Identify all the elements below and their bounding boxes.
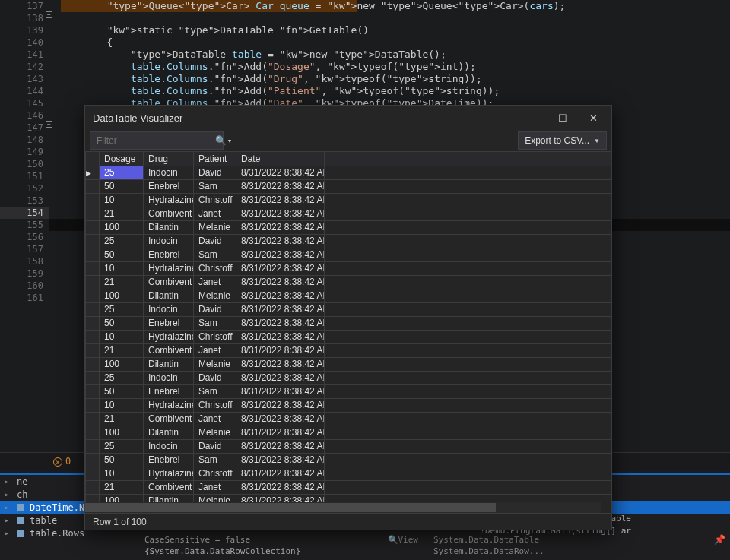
cell-patient[interactable]: Sam	[194, 316, 236, 330]
expand-icon[interactable]: ▸	[5, 529, 14, 537]
cell-date[interactable]: 8/31/2022 8:38:42 AM	[236, 398, 325, 412]
cell-drug[interactable]: Dilantin	[144, 289, 194, 302]
cell-dosage[interactable]: 50	[100, 179, 144, 193]
cell-patient[interactable]: Melanie	[194, 494, 236, 502]
fold-toggle-icon[interactable]: −	[46, 121, 52, 128]
cell-drug[interactable]: Dilantin	[144, 357, 194, 371]
cell-drug[interactable]: Combivent	[144, 412, 194, 426]
cell-patient[interactable]: Christoff	[194, 193, 236, 207]
cell-patient[interactable]: Janet	[194, 412, 236, 426]
cell-patient[interactable]: Melanie	[194, 357, 236, 371]
table-row[interactable]: 10HydralazineChristoff8/31/2022 8:38:42 …	[86, 398, 611, 412]
row-header[interactable]	[86, 289, 100, 302]
cell-dosage[interactable]: 50	[100, 453, 144, 467]
cell-date[interactable]: 8/31/2022 8:38:42 AM	[236, 261, 325, 275]
cell-dosage[interactable]: 10	[100, 467, 144, 480]
cell-date[interactable]: 8/31/2022 8:38:42 AM	[236, 467, 325, 480]
cell-patient[interactable]: Janet	[194, 207, 236, 220]
cell-dosage[interactable]: 21	[100, 343, 144, 357]
column-header[interactable]: Date	[236, 152, 325, 166]
scrollbar-thumb[interactable]	[85, 503, 496, 512]
cell-dosage[interactable]: 100	[100, 357, 144, 371]
cell-drug[interactable]: Dilantin	[144, 426, 194, 439]
row-header[interactable]	[86, 412, 100, 426]
table-row[interactable]: 21CombiventJanet8/31/2022 8:38:42 AM	[86, 412, 611, 426]
column-header[interactable]: Patient	[194, 152, 236, 166]
cell-dosage[interactable]: 10	[100, 398, 144, 412]
cell-patient[interactable]: Sam	[194, 179, 236, 193]
cell-patient[interactable]: Melanie	[194, 289, 236, 302]
expand-icon[interactable]: ▸	[5, 490, 14, 498]
cell-drug[interactable]: Dilantin	[144, 494, 194, 502]
cell-dosage[interactable]: 21	[100, 207, 144, 220]
cell-date[interactable]: 8/31/2022 8:38:42 AM	[236, 275, 325, 289]
cell-dosage[interactable]: 100	[100, 426, 144, 439]
filter-input[interactable]	[95, 134, 212, 147]
cell-date[interactable]: 8/31/2022 8:38:42 AM	[236, 357, 325, 371]
table-row[interactable]: 25IndocinDavid8/31/2022 8:38:42 AM	[86, 439, 611, 453]
cell-date[interactable]: 8/31/2022 8:38:42 AM	[236, 302, 325, 316]
cell-date[interactable]: 8/31/2022 8:38:42 AM	[236, 439, 325, 453]
cell-date[interactable]: 8/31/2022 8:38:42 AM	[236, 453, 325, 467]
column-header[interactable]: Drug	[144, 152, 194, 166]
cell-dosage[interactable]: 25	[100, 234, 144, 248]
cell-patient[interactable]: David	[194, 166, 236, 179]
cell-drug[interactable]: Indocin	[144, 371, 194, 384]
cell-patient[interactable]: David	[194, 302, 236, 316]
table-row[interactable]: 100DilantinMelanie8/31/2022 8:38:42 AM	[86, 289, 611, 302]
table-row[interactable]: 25IndocinDavid8/31/2022 8:38:42 AM	[86, 234, 611, 248]
table-row[interactable]: 25IndocinDavid8/31/2022 8:38:42 AM	[86, 371, 611, 384]
cell-patient[interactable]: Christoff	[194, 330, 236, 343]
cell-date[interactable]: 8/31/2022 8:38:42 AM	[236, 343, 325, 357]
cell-patient[interactable]: Christoff	[194, 398, 236, 412]
cell-date[interactable]: 8/31/2022 8:38:42 AM	[236, 480, 325, 494]
cell-drug[interactable]: Hydralazine	[144, 193, 194, 207]
cell-date[interactable]: 8/31/2022 8:38:42 AM	[236, 426, 325, 439]
cell-patient[interactable]: Sam	[194, 453, 236, 467]
cell-date[interactable]: 8/31/2022 8:38:42 AM	[236, 248, 325, 261]
row-header[interactable]	[86, 220, 100, 234]
cell-drug[interactable]: Combivent	[144, 207, 194, 220]
table-row[interactable]: 100DilantinMelanie8/31/2022 8:38:42 AM	[86, 494, 611, 502]
table-row[interactable]: 100DilantinMelanie8/31/2022 8:38:42 AM	[86, 426, 611, 439]
cell-patient[interactable]: Sam	[194, 384, 236, 398]
cell-patient[interactable]: David	[194, 439, 236, 453]
table-row[interactable]: 21CombiventJanet8/31/2022 8:38:42 AM	[86, 207, 611, 220]
cell-patient[interactable]: Janet	[194, 275, 236, 289]
cell-dosage[interactable]: 10	[100, 261, 144, 275]
cell-patient[interactable]: Christoff	[194, 261, 236, 275]
cell-patient[interactable]: David	[194, 371, 236, 384]
column-header[interactable]: Dosage	[100, 152, 144, 166]
cell-patient[interactable]: Sam	[194, 248, 236, 261]
cell-dosage[interactable]: 21	[100, 412, 144, 426]
thumbtack-icon[interactable]: 📌	[714, 534, 725, 545]
cell-dosage[interactable]: 25	[100, 439, 144, 453]
cell-drug[interactable]: Enebrel	[144, 248, 194, 261]
cell-date[interactable]: 8/31/2022 8:38:42 AM	[236, 494, 325, 502]
table-row[interactable]: 100DilantinMelanie8/31/2022 8:38:42 AM	[86, 220, 611, 234]
view-link[interactable]: 🔍View	[388, 534, 419, 546]
cell-date[interactable]: 8/31/2022 8:38:42 AM	[236, 220, 325, 234]
row-header[interactable]	[86, 302, 100, 316]
cell-dosage[interactable]: 50	[100, 316, 144, 330]
chevron-down-icon[interactable]: ▾	[228, 138, 231, 144]
table-row[interactable]: 10HydralazineChristoff8/31/2022 8:38:42 …	[86, 330, 611, 343]
table-row[interactable]: 21CombiventJanet8/31/2022 8:38:42 AM	[86, 275, 611, 289]
cell-dosage[interactable]: 50	[100, 248, 144, 261]
cell-date[interactable]: 8/31/2022 8:38:42 AM	[236, 384, 325, 398]
cell-patient[interactable]: David	[194, 234, 236, 248]
row-header[interactable]	[86, 248, 100, 261]
cell-drug[interactable]: Hydralazine	[144, 261, 194, 275]
cell-patient[interactable]: Janet	[194, 343, 236, 357]
cell-drug[interactable]: Indocin	[144, 302, 194, 316]
fold-toggle-icon[interactable]: −	[46, 11, 52, 18]
data-grid[interactable]: DosageDrugPatientDate ▶25IndocinDavid8/3…	[85, 152, 611, 502]
grid-scroll[interactable]: DosageDrugPatientDate ▶25IndocinDavid8/3…	[85, 152, 611, 502]
dialog-titlebar[interactable]: DataTable Visualizer ☐ ✕	[85, 106, 611, 130]
row-header[interactable]	[86, 316, 100, 330]
cell-patient[interactable]: Janet	[194, 480, 236, 494]
table-row[interactable]: 100DilantinMelanie8/31/2022 8:38:42 AM	[86, 357, 611, 371]
row-header[interactable]	[86, 467, 100, 480]
cell-dosage[interactable]: 25	[100, 371, 144, 384]
cell-date[interactable]: 8/31/2022 8:38:42 AM	[236, 330, 325, 343]
